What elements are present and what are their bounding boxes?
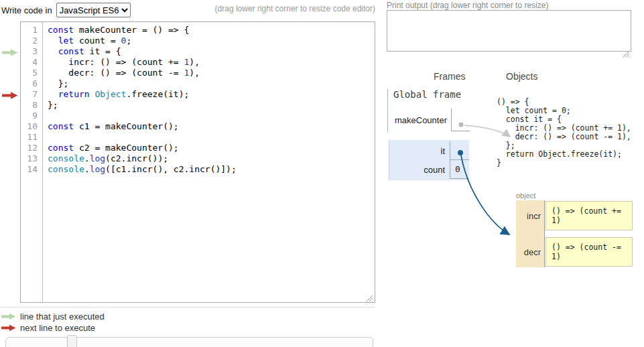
frame-variable-count: count0	[389, 160, 469, 179]
variable-name: it	[389, 146, 450, 156]
line-number: 8	[21, 100, 42, 111]
legend-arrow-icon	[1, 313, 16, 320]
write-code-label: Write code in	[1, 5, 52, 15]
line-number: 1	[21, 25, 42, 36]
language-select[interactable]: JavaScript ES6	[56, 3, 131, 17]
line-number: 6	[21, 78, 42, 89]
objects-header: Objects	[506, 71, 537, 82]
frames-header: Frames	[434, 71, 465, 82]
line-number: 10	[21, 121, 42, 132]
code-line: const c1 = makeCounter();	[48, 121, 375, 132]
frame-variable-makeCounter: makeCounter	[393, 109, 470, 131]
heap-object-table: incr() => (count += 1)decr() => (count -…	[516, 200, 634, 268]
legend: line that just executednext line to exec…	[0, 307, 375, 334]
code-line: };	[48, 78, 375, 89]
execution-slider[interactable]	[5, 337, 373, 347]
print-output-label: Print output (drag lower right corner to…	[387, 1, 548, 10]
variable-value: 0	[450, 160, 469, 179]
legend-item: next line to execute	[1, 322, 375, 334]
editor-resize-hint: (drag lower right corner to resize code …	[161, 4, 375, 13]
code-line: const makeCounter = () => {	[48, 25, 375, 36]
heap-object-label: object	[516, 192, 535, 200]
legend-label: next line to execute	[20, 323, 95, 333]
legend-item: line that just executed	[1, 311, 375, 322]
global-frame: Global frame makeCounter	[387, 89, 470, 132]
line-number: 4	[21, 57, 42, 68]
line-number: 2	[21, 36, 42, 46]
line-number: 13	[21, 153, 42, 164]
function-object-code: () => { let count = 0; const it = { incr…	[497, 98, 631, 167]
slider-handle[interactable]	[67, 335, 77, 347]
heap-key-incr: incr	[516, 200, 541, 231]
code-line: console.log([c1.incr(), c2.incr()]);	[48, 164, 375, 175]
variable-value	[451, 109, 470, 131]
code-line: };	[48, 100, 375, 111]
just-executed-arrow	[2, 47, 18, 59]
line-number: 14	[21, 164, 42, 175]
gutter-numbers: 1234567891011121314	[21, 22, 43, 302]
heap-value-incr: () => (count += 1)	[545, 201, 633, 230]
code-line: const it = {	[48, 46, 375, 57]
current-frame-vars: itcount0	[389, 141, 469, 179]
heap-value-decr: () => (count -= 1)	[545, 237, 633, 267]
line-number: 3	[21, 46, 42, 57]
variable-name: makeCounter	[393, 115, 451, 125]
global-frame-vars: makeCounter	[393, 109, 470, 131]
code-lines: const makeCounter = () => { let count = …	[43, 22, 375, 302]
output-resize-handle[interactable]	[623, 50, 630, 58]
code-line	[48, 132, 375, 143]
code-line: return Object.freeze(it);	[48, 89, 375, 100]
legend-arrow-icon	[1, 324, 16, 332]
line-number: 9	[21, 111, 42, 121]
line-number: 7	[21, 89, 42, 100]
variable-value	[450, 141, 469, 160]
line-number: 5	[21, 68, 42, 78]
code-editor[interactable]: 1234567891011121314 const makeCounter = …	[20, 21, 375, 303]
code-line: let count = 0;	[48, 36, 375, 46]
global-frame-title: Global frame	[393, 89, 470, 100]
code-line	[48, 111, 375, 121]
code-line: decr: () => (count -= 1),	[48, 68, 375, 78]
code-line: console.log(c2.incr());	[48, 153, 375, 164]
code-line: incr: () => (count += 1),	[48, 57, 375, 68]
code-line: const c2 = makeCounter();	[48, 143, 375, 153]
legend-label: line that just executed	[20, 311, 105, 322]
variable-name: count	[389, 165, 450, 175]
frame-variable-it: it	[389, 141, 469, 160]
editor-resize-handle[interactable]	[366, 295, 373, 302]
print-output-textarea[interactable]	[387, 10, 631, 52]
current-frame: itcount0	[389, 140, 469, 180]
line-number: 12	[21, 143, 42, 153]
exec-arrows	[2, 21, 19, 301]
line-number: 11	[21, 132, 42, 143]
next-line-arrow	[2, 90, 18, 102]
heap-key-decr: decr	[516, 236, 541, 267]
write-code-row: Write code in JavaScript ES6	[1, 3, 131, 17]
